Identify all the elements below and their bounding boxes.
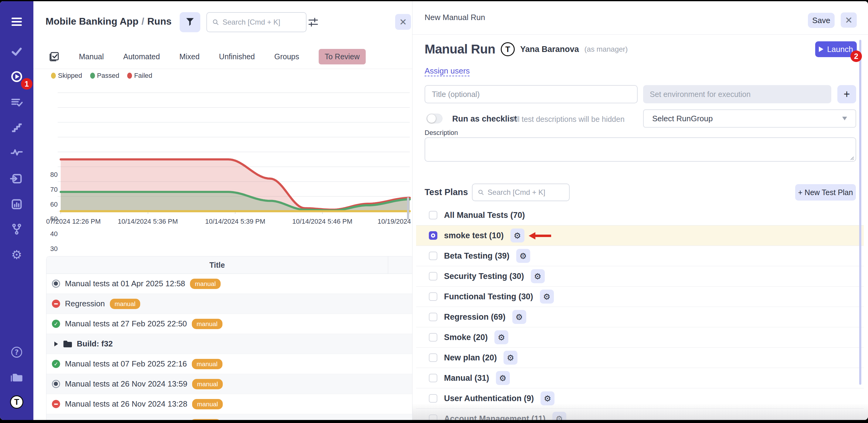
test-plan-row[interactable]: Smoke (20) ⚙ [416, 327, 864, 348]
test-plan-settings-button[interactable]: ⚙ [494, 330, 508, 344]
test-plan-checkbox[interactable] [429, 211, 437, 219]
new-test-plan-button[interactable]: + New Test Plan [795, 184, 856, 201]
test-plan-checkbox[interactable] [429, 374, 437, 382]
table-row[interactable]: Manual tests at 27 Feb 2025 22:50 manual [46, 314, 412, 334]
tune-button[interactable] [307, 17, 319, 29]
test-plan-checkbox[interactable] [429, 394, 437, 403]
tab-automated[interactable]: Automated [123, 52, 160, 61]
table-row[interactable]: Manual tests at 26 Nov 2024 13:28 manual [46, 394, 412, 414]
checklist-label: Run as checklist [452, 114, 517, 124]
environment-input[interactable] [643, 85, 831, 103]
menu-icon[interactable] [10, 15, 23, 28]
test-plan-label: Beta Testing (39) [444, 251, 509, 261]
sidebar-item-settings[interactable]: ⚙ [10, 248, 23, 261]
test-plan-label: Functional Testing (30) [444, 292, 533, 302]
test-plan-checkbox-checked[interactable] [429, 231, 437, 240]
status-failed-icon [52, 400, 60, 408]
test-plan-checkbox[interactable] [429, 354, 437, 362]
table-row[interactable]: Manual tests at 01 Apr 2025 12:58 manual [46, 274, 412, 294]
test-plan-row-clipped[interactable]: Account Management (11) ⚙ [416, 409, 864, 420]
test-plan-label: User Authentication (9) [444, 394, 534, 403]
test-plan-label: smoke test (10) [444, 231, 504, 241]
runs-tabs: Manual Automated Mixed Unfinished Groups… [49, 47, 366, 66]
test-plan-row[interactable]: User Authentication (9) ⚙ [416, 388, 864, 409]
filter-button[interactable] [180, 12, 200, 32]
test-plan-row[interactable]: Security Testing (30) ⚙ [416, 266, 864, 287]
run-title: Manual tests at 19 Oct 2024 15:14 [65, 419, 185, 420]
table-row[interactable]: Manual tests at 26 Nov 2024 13:59 manual [46, 374, 412, 394]
test-plan-settings-button[interactable]: ⚙ [510, 228, 524, 243]
save-button[interactable]: Save [808, 13, 835, 28]
sidebar-item-milestones[interactable] [10, 121, 23, 134]
sidebar-item-plans[interactable] [10, 95, 23, 109]
y-tick: 40 [33, 230, 58, 238]
test-plan-row-selected[interactable]: smoke test (10) ⚙ [416, 225, 864, 246]
breadcrumb-project[interactable]: Mobile Banking App [45, 16, 138, 27]
right-panel-scrollbar[interactable] [859, 40, 861, 385]
tab-manual[interactable]: Manual [79, 52, 104, 61]
pulse-icon [10, 146, 23, 159]
select-all-icon[interactable] [49, 51, 60, 62]
sidebar-item-branches[interactable] [10, 222, 23, 236]
run-title: Manual tests at 07 Feb 2025 22:16 [65, 359, 187, 369]
test-plan-checkbox[interactable] [429, 313, 437, 321]
sidebar-item-help[interactable]: ? [10, 345, 23, 359]
tab-mixed[interactable]: Mixed [179, 52, 200, 61]
test-plan-row[interactable]: Beta Testing (39) ⚙ [416, 246, 864, 266]
add-environment-button[interactable]: + [837, 85, 856, 103]
test-plan-checkbox[interactable] [429, 415, 437, 420]
tab-unfinished[interactable]: Unfinished [219, 52, 255, 61]
test-plan-checkbox[interactable] [429, 333, 437, 342]
runs-search-input[interactable] [222, 18, 301, 26]
x-tick: 10/14/2024 5:39 PM [205, 218, 265, 225]
tab-to-review[interactable]: To Review [319, 49, 366, 64]
test-plan-checkbox[interactable] [429, 292, 437, 301]
test-plan-settings-button[interactable]: ⚙ [516, 249, 530, 263]
test-plan-settings-button[interactable]: ⚙ [496, 371, 510, 385]
left-panel-scrollbar[interactable] [407, 197, 409, 220]
test-plan-checkbox[interactable] [429, 272, 437, 280]
test-plans-search-input[interactable] [488, 188, 564, 197]
test-plan-settings-button[interactable]: ⚙ [503, 351, 518, 365]
sidebar-item-pulse[interactable] [10, 146, 23, 159]
table-row[interactable]: Manual tests at 07 Feb 2025 22:16 manual [46, 354, 412, 374]
expand-caret-icon[interactable] [54, 342, 58, 346]
rungroup-select[interactable]: Select RunGroup [643, 109, 856, 128]
test-plan-row[interactable]: Regression (69) ⚙ [416, 307, 864, 327]
x-tick: 07/2024 12:26 PM [46, 218, 101, 225]
assign-users-link[interactable]: Assign users [425, 66, 470, 76]
sidebar-item-tests[interactable] [10, 45, 23, 58]
run-as-checklist-toggle[interactable] [426, 114, 442, 123]
test-plan-settings-button[interactable]: ⚙ [552, 412, 566, 420]
test-plan-row[interactable]: Functional Testing (30) ⚙ [416, 287, 864, 307]
test-plan-row[interactable]: Manual (31) ⚙ [416, 368, 864, 388]
sidebar-user-avatar[interactable]: T [10, 395, 23, 409]
table-row[interactable]: Manual tests at 19 Oct 2024 15:14 manual [46, 414, 412, 420]
close-panel-button[interactable]: ✕ [841, 12, 857, 28]
test-plan-checkbox[interactable] [429, 252, 437, 260]
test-plan-settings-button[interactable]: ⚙ [540, 391, 555, 405]
test-plan-settings-button[interactable]: ⚙ [531, 269, 545, 283]
run-type-badge: manual [192, 359, 222, 369]
owner-avatar[interactable]: T [501, 42, 515, 56]
sidebar-item-import[interactable] [10, 172, 23, 186]
steps-icon [10, 121, 23, 134]
table-row-folder[interactable]: Build: f32 [46, 334, 412, 354]
run-title-input[interactable] [425, 85, 638, 103]
test-plan-row[interactable]: New plan (20) ⚙ [416, 348, 864, 368]
tab-groups[interactable]: Groups [274, 52, 299, 61]
run-title: Manual tests at 26 Nov 2024 13:28 [65, 399, 187, 409]
description-textarea[interactable] [425, 137, 856, 162]
status-passed-icon [52, 320, 60, 328]
sidebar-item-docs[interactable] [10, 370, 23, 384]
test-plan-row[interactable]: All Manual Tests (70) [416, 205, 864, 225]
test-plan-settings-button[interactable]: ⚙ [512, 310, 526, 324]
test-plan-settings-button[interactable]: ⚙ [540, 290, 554, 304]
runs-panel: Mobile Banking App/Runs ✕ Manual Automat… [33, 1, 412, 420]
runs-table: Title Manual tests at 01 Apr 2025 12:58 … [46, 256, 412, 420]
column-header-title[interactable]: Title [46, 256, 388, 274]
sidebar-item-analytics[interactable] [10, 198, 23, 211]
test-plan-label: Regression (69) [444, 312, 506, 322]
close-runs-panel-button[interactable]: ✕ [395, 14, 411, 30]
table-row[interactable]: Regression manual [46, 294, 412, 314]
